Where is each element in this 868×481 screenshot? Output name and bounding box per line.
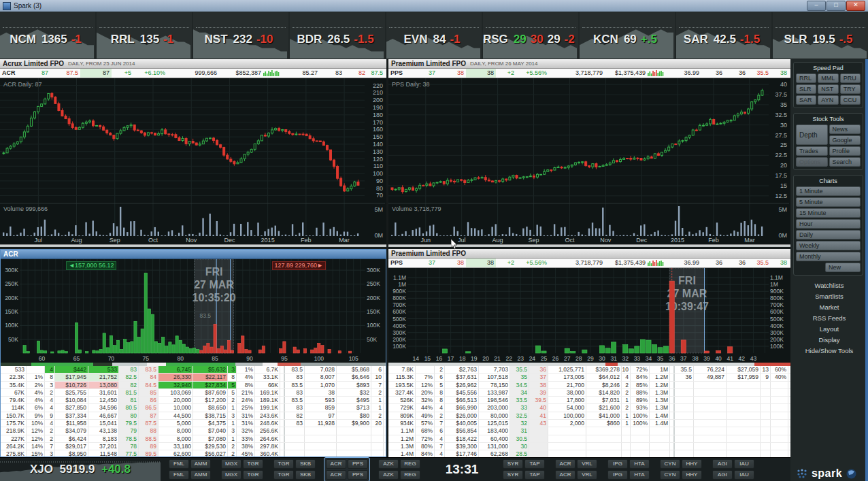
sidebar-menu-watchlists[interactable]: Watchlists [790,280,868,291]
sidebar-menu-smartlists[interactable]: Smartlists [790,291,868,302]
chart-interval-button-daily[interactable]: Daily [796,230,861,239]
speed-pad-button-pru[interactable]: PRU [840,73,861,83]
panel-titlebar[interactable]: Praemium Limited FPO DAILY, FROM 26 MAY … [388,59,790,69]
stock-pair-button-agi[interactable]: AGI [712,459,733,469]
stock-pair-button-syr[interactable]: SYR [503,459,523,469]
chart-interval-button-monthly[interactable]: Monthly [796,252,861,261]
ticker-cell-sar[interactable]: SAR42.5-1.5 [676,12,771,59]
stock-tool-button-google[interactable]: Google [829,135,861,145]
depth-row[interactable]: 115.3K7%6$37,631107,5183537173,005$64,01… [388,374,790,381]
speed-pad-button-slr[interactable]: SLR [796,84,816,94]
depth-row[interactable]: 175.7K10%4$11,95815,04179.587.55,000$4,3… [1,420,386,427]
stock-pair-button-agi[interactable]: AGI [712,470,733,480]
stock-pair-button-skb[interactable]: SKB [295,459,316,469]
depth-row[interactable]: 79.4K4%4$10,08412,450818620,000$17,20022… [1,397,386,404]
stock-pair-button-acr[interactable]: ACR [326,470,346,480]
stock-pair-button-azk[interactable]: AZK [378,459,399,469]
depth-row[interactable]: 526K32%8$66,513198,54633.539.517,800$7,0… [388,397,790,404]
speed-pad-button-rrl[interactable]: RRL [796,73,816,83]
depth-row[interactable]: 22.3K1%8$17,94521,75282.58426,330$22,117… [1,374,386,381]
speed-pad-button-sar[interactable]: SAR [796,95,816,105]
candle-chart-acr[interactable]: JulAugSepOctNovDec2015FebMar220210200190… [0,78,385,244]
ticker-cell-bdr[interactable]: BDR26.5-1.5 [290,12,385,59]
speed-pad-button-try[interactable]: TRY [840,84,861,94]
volume-profile-pps[interactable]: 1.1M1.1M1M1M900K900K800K800K700K700K600K… [388,268,788,363]
stock-pair-button-vrl[interactable]: VRL [577,470,597,480]
stock-pair-button-reg[interactable]: REG [400,470,420,480]
sidebar-menu-layout[interactable]: Layout [790,324,868,335]
ticker-cell-evn[interactable]: EVN84-1 [386,12,482,59]
window-titlebar[interactable]: Spark (3) – □ ✕ [0,0,868,12]
depth-row[interactable]: 7.8K2$2,7637,70335.5361,025,771$369,2781… [388,366,790,374]
depth-row[interactable]: 327.4K20%8$45,556133,987343938,000$14,82… [388,389,790,397]
stock-pair-button-acr[interactable]: ACR [326,459,346,469]
stock-pair-button-tgr[interactable]: TGR [273,470,294,480]
stock-pair-button-tap[interactable]: TAP [524,459,545,469]
depth-row[interactable]: 1.4M84%4$17,74662,26828.5 [388,450,790,457]
stock-pair-button-tgr[interactable]: TGR [273,459,294,469]
stock-pair-button-amm[interactable]: AMM [190,470,211,480]
depth-row[interactable]: 218.9K12%2$34,07943,13879888,000$7,04033… [1,427,386,435]
stock-pair-button-reg[interactable]: REG [400,459,420,469]
sidebar-menu-hide-show-tools[interactable]: Hide/Show Tools [790,346,868,356]
stock-pair-button-cyn[interactable]: CYN [660,470,680,480]
stock-pair-button-tap[interactable]: TAP [524,470,545,480]
ticker-cell-rsg[interactable]: RSG293029-2 [483,12,578,59]
depth-row[interactable]: 1.1M68%6$56,854183,40031 [388,427,790,435]
depth-row[interactable]: 150.7K9%9$37,33446,667808744,500$38,7153… [1,412,386,420]
stock-pair-button-iau[interactable]: IAU [734,459,754,469]
chart-interval-button-5-minute[interactable]: 5 Minute [796,197,861,207]
ticker-cell-ncm[interactable]: NCM1365-1 [0,12,95,59]
speed-pad-button-ccu[interactable]: CCU [840,95,861,105]
depth-row[interactable]: 114K6%4$27,85034,59680.586.510,000$8,650… [1,404,386,412]
chart-interval-button-weekly[interactable]: Weekly [796,241,861,250]
sidebar-menu-rss-feeds[interactable]: RSS Feeds [790,313,868,324]
chart-scroll-strip[interactable] [0,244,386,247]
new-chart-button[interactable]: New [825,263,861,272]
stock-pair-button-tgr[interactable]: TGR [243,459,263,469]
volume-profile-acr[interactable]: 300K300K250K250K200K200K150K150K100K100K… [1,259,384,363]
stock-pair-button-cyn[interactable]: CYN [660,459,680,469]
depth-row[interactable]: 934K57%7$40,005125,01532432,000$8601100%… [388,420,790,427]
maximize-button[interactable]: □ [827,1,846,11]
stock-pair-button-fml[interactable]: FML [169,470,189,480]
stock-tool-button-trades[interactable]: Trades [796,146,828,156]
depth-row[interactable]: 227K12%2$6,4248,18378.588.58,000$7,08013… [1,435,386,443]
minimize-button[interactable]: – [807,1,826,11]
candle-chart-pps[interactable]: JunJulAugSepOctNovDec2015FebMar4037.5353… [388,78,789,244]
stock-pair-button-vrl[interactable]: VRL [577,459,597,469]
depth-row[interactable]: 264.2K14%7$29,01737,201788933,180$29,530… [1,443,386,450]
stock-pair-button-hhy[interactable]: HHY [682,470,702,480]
depth-row[interactable]: 809K49%2$26,00080,00032.541100,000$41,00… [388,412,790,420]
stock-tool-button-search[interactable]: Search [829,157,861,167]
stock-pair-button-syr[interactable]: SYR [503,470,523,480]
stock-tool-button-depth[interactable]: Depth [796,125,828,145]
stock-pair-button-pps[interactable]: PPS [348,470,368,480]
sidebar-menu-market[interactable]: Market [790,302,868,313]
panel-titlebar[interactable]: Praemium Limited FPO [388,249,790,259]
stock-pair-button-iau[interactable]: IAU [734,470,754,480]
stock-pair-button-ipg[interactable]: IPG [607,459,628,469]
stock-pair-button-hta[interactable]: HTA [629,470,650,480]
stock-pair-button-hta[interactable]: HTA [629,459,650,469]
depth-row[interactable]: 1.2M72%4$18,42260,40030.5 [388,435,790,443]
depth-row[interactable]: 275.8K15%3$8,95011,54877.589.562,600$56,… [1,450,386,457]
stock-pair-button-acr[interactable]: ACR [555,459,575,469]
depth-row[interactable]: 1.3M80%7$39,300131,00030 [388,443,790,450]
stock-tool-button-profile[interactable]: Profile [829,146,861,156]
depth-row[interactable]: 193.5K12%5$26,96278,15034.53821,700$8,24… [388,382,790,389]
depth-row[interactable]: 35.4K2%3$10,72613,0808284.532,940$27,834… [1,382,386,389]
stock-pair-button-hhy[interactable]: HHY [682,459,702,469]
depth-row[interactable]: 67K4%2$25,75531,60181.585103,069$87,6095… [1,389,386,397]
speed-pad-button-nst[interactable]: NST [818,84,838,94]
ticker-cell-nst[interactable]: NST232-10 [193,12,288,59]
stock-tool-button-news[interactable]: News [829,125,861,134]
stock-pair-button-fml[interactable]: FML [169,459,189,469]
stock-pair-button-mgx[interactable]: MGX [221,470,241,480]
sidebar-menu-display[interactable]: Display [790,335,868,346]
stock-pair-button-skb[interactable]: SKB [295,470,316,480]
chart-scroll-strip[interactable] [388,244,790,247]
panel-titlebar[interactable]: Acrux Limited FPO DAILY, FROM 25 JUN 201… [0,59,386,69]
stock-pair-button-ipg[interactable]: IPG [607,470,628,480]
speed-pad-button-ayn[interactable]: AYN [818,95,838,105]
